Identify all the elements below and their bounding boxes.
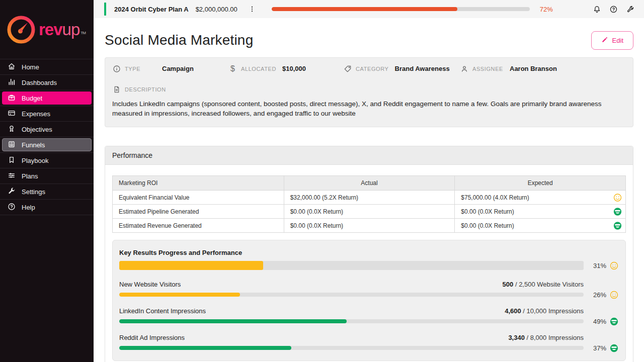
help-icon (8, 203, 16, 212)
roi-actual: $0.00 (0.0X Return) (284, 205, 455, 219)
assignee-label: ASSIGNEE (472, 66, 504, 72)
topbar: 2024 Orbit Cyber Plan A $2,000,000.00 72… (94, 0, 644, 18)
sidebar-item-label: Home (22, 63, 39, 71)
credit-card-icon (8, 109, 16, 119)
home-icon (8, 62, 16, 72)
key-results-card: Key Results Progress and Performance 31% (112, 240, 626, 361)
roi-header-expected: Expected (455, 176, 626, 191)
document-icon (112, 85, 121, 94)
dollar-icon: $ (228, 64, 237, 73)
roi-header-actual: Actual (284, 176, 455, 191)
plan-amount: $2,000,000.00 (196, 6, 237, 13)
marketing-roi-table: Marketing ROI Actual Expected Equivalent… (112, 175, 626, 233)
sidebar-item-plans[interactable]: Plans (0, 168, 94, 184)
sidebar-item-label: Objectives (22, 126, 52, 133)
help-circle-icon[interactable] (607, 3, 619, 15)
key-result-pct-label: 26% (593, 291, 606, 299)
tag-icon (343, 64, 352, 73)
key-result-current: 3,340 (508, 334, 525, 341)
sidebar-item-budget[interactable]: Budget (0, 90, 94, 106)
key-result-progress-fill (119, 319, 347, 323)
roi-expected: $75,000.00 (4.0X Return) (455, 191, 626, 205)
sidebar-item-label: Plans (22, 172, 38, 180)
allocated-label: ALLOCATED (241, 66, 276, 72)
sidebar-item-label: Funnels (22, 141, 45, 149)
description-label: DESCRIPTION (125, 86, 166, 93)
roi-metric: Estimated Revenue Generated (113, 219, 284, 233)
brand-wordmark: revupTM (39, 20, 86, 39)
bookmark-icon (8, 156, 16, 165)
medal-icon (8, 125, 16, 134)
assignee-value: Aaron Branson (510, 65, 557, 72)
performance-section-title: Performance (105, 146, 633, 165)
sidebar: revupTM Home Dashboards Budget Expens (0, 0, 94, 362)
detail-description: DESCRIPTION (112, 85, 626, 94)
key-result-progress-bar (119, 346, 584, 350)
key-result-item: New Website Visitors 500 / 2,500 Website… (119, 281, 618, 297)
roi-metric: Equivalent Financial Value (113, 191, 284, 205)
type-value: Campaign (162, 65, 194, 72)
brand-up: up (62, 20, 80, 39)
roi-header-metric: Marketing ROI (113, 176, 284, 191)
sidebar-item-label: Budget (22, 95, 42, 102)
detail-type: TYPE Campaign (112, 64, 228, 73)
overall-progress-bar (119, 261, 584, 270)
notifications-bell-icon[interactable] (591, 3, 603, 15)
key-result-progress-fill (119, 346, 291, 350)
plan-menu-kebab-icon[interactable] (248, 5, 257, 14)
roi-expected: $0.00 (0.0X Return) (455, 205, 626, 219)
sidebar-item-settings[interactable]: Settings (0, 184, 94, 200)
category-label: CATEGORY (356, 66, 389, 72)
roi-actual: $0.00 (0.0X Return) (284, 219, 455, 233)
brand-rev: rev (39, 20, 62, 39)
sidebar-item-funnels[interactable]: Funnels (0, 137, 94, 153)
roi-expected: $0.00 (0.0X Return) (455, 219, 626, 233)
plan-name: 2024 Orbit Cyber Plan A (114, 6, 189, 13)
status-emoji-icon (613, 221, 622, 230)
detail-allocated: $ ALLOCATED $10,000 (228, 64, 343, 73)
sidebar-item-playbook[interactable]: Playbook (0, 153, 94, 168)
plan-accent-bar (104, 3, 106, 16)
sidebar-item-label: Settings (22, 188, 45, 196)
sliders-icon (8, 171, 16, 181)
briefcase-icon (8, 94, 16, 103)
gauge-logo-icon (6, 14, 37, 45)
dashboards-icon (8, 78, 16, 87)
sidebar-item-expenses[interactable]: Expenses (0, 106, 94, 122)
sidebar-item-help[interactable]: Help (0, 200, 94, 215)
main-area: 2024 Orbit Cyber Plan A $2,000,000.00 72… (94, 0, 644, 362)
key-results-overall: 31% (119, 261, 618, 270)
plan-progress-fill (272, 7, 457, 11)
key-result-item: Reddit Ad Impressions 3,340 / 8,000 Impr… (119, 334, 618, 350)
status-emoji-icon (610, 291, 618, 299)
sidebar-item-home[interactable]: Home (0, 59, 94, 75)
key-result-item: LinkedIn Content Impressions 4,600 / 10,… (119, 307, 618, 323)
edit-button-label: Edit (612, 37, 623, 44)
budget-details-card: TYPE Campaign $ ALLOCATED $10,000 CATEGO… (105, 57, 633, 127)
key-result-pct-label: 49% (593, 318, 606, 325)
sidebar-item-label: Dashboards (22, 79, 57, 86)
info-circle-icon (112, 64, 121, 73)
key-result-target: / 2,500 Website Visitors (513, 281, 584, 288)
table-row: Estimated Pipeline Generated $0.00 (0.0X… (113, 205, 626, 219)
key-result-pct-label: 37% (593, 344, 606, 352)
key-result-target: / 10,000 Impressions (521, 307, 584, 315)
key-result-name: LinkedIn Content Impressions (119, 307, 206, 315)
status-emoji-icon (613, 207, 622, 216)
category-value: Brand Awareness (395, 65, 450, 72)
pencil-icon (601, 36, 608, 45)
page-title: Social Media Marketing (105, 32, 253, 48)
key-result-progress-bar (119, 293, 584, 297)
person-icon (460, 64, 468, 73)
edit-button[interactable]: Edit (591, 31, 633, 50)
tools-wrench-icon[interactable] (624, 3, 636, 15)
sidebar-item-label: Help (22, 204, 35, 211)
roi-actual: $32,000.00 (5.2X Return) (284, 191, 455, 205)
performance-card: Performance Marketing ROI Actual Expecte… (105, 146, 633, 362)
key-result-current: 500 (503, 281, 514, 288)
status-emoji-icon (610, 317, 618, 326)
overall-pct-label: 31% (593, 262, 606, 269)
sidebar-item-objectives[interactable]: Objectives (0, 122, 94, 137)
sidebar-item-dashboards[interactable]: Dashboards (0, 75, 94, 90)
sidebar-item-label: Playbook (22, 157, 48, 164)
